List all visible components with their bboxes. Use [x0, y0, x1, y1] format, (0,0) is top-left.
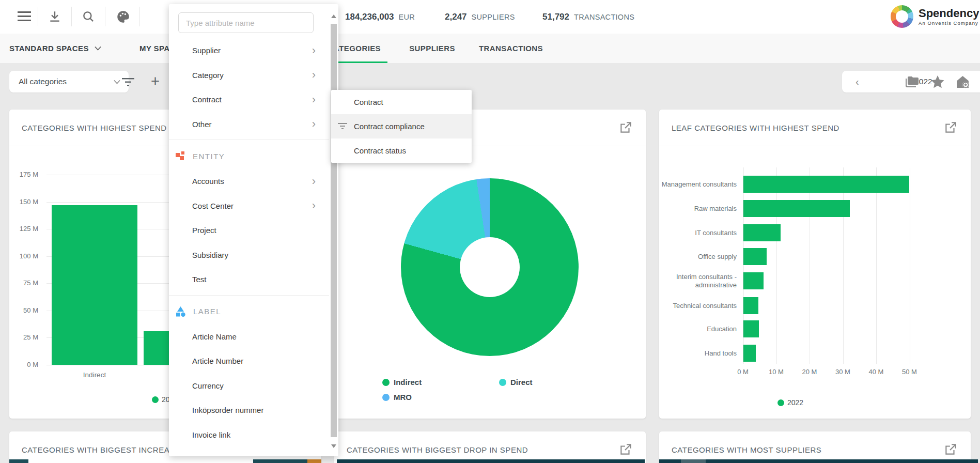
- submenu-item-contract-status[interactable]: Contract status: [331, 138, 472, 163]
- bar-indirect[interactable]: [52, 205, 137, 365]
- gridline: [910, 167, 910, 364]
- attribute-dropdown-panel: Supplier›Category›Contract›Other›ENTITYA…: [169, 4, 338, 456]
- open-in-new-icon[interactable]: [619, 443, 632, 456]
- filter-icon[interactable]: [122, 78, 134, 88]
- tab-suppliers[interactable]: SUPPLIERS: [405, 34, 460, 63]
- hamburger-menu-icon[interactable]: [18, 11, 31, 24]
- menu-item-category[interactable]: Category›: [169, 63, 329, 88]
- x-axis-category: Indirect: [52, 371, 137, 379]
- gridline: [876, 167, 877, 364]
- space-selector-standard-spaces[interactable]: STANDARD SPACES: [9, 34, 101, 63]
- legend-dot-direct[interactable]: [499, 379, 506, 386]
- label-icon: [175, 306, 186, 317]
- stat-value: 51,792: [542, 12, 569, 22]
- y-axis-tick: 100 M: [9, 252, 38, 260]
- menu-item-project[interactable]: Project: [169, 218, 329, 243]
- legend-dot-indirect[interactable]: [382, 379, 390, 386]
- download-icon[interactable]: [48, 10, 61, 25]
- menu-item-other[interactable]: Other›: [169, 112, 329, 137]
- category-filter-select[interactable]: All categories: [9, 71, 129, 92]
- y-axis-tick: 175 M: [9, 171, 38, 178]
- card-header: CATEGORIES WITH BIGGEST DROP IN SPEND: [334, 431, 646, 463]
- bar-education[interactable]: [743, 320, 759, 337]
- menu-item-article-name[interactable]: Article Name: [169, 325, 329, 349]
- spendency-ring-icon: [891, 5, 913, 28]
- scrollbar-thumb[interactable]: [331, 24, 337, 437]
- bar-management-consultants[interactable]: [743, 176, 909, 193]
- open-in-new-icon[interactable]: [944, 443, 957, 456]
- stat-suppliers: 2,247SUPPLIERS: [445, 0, 515, 34]
- stat-label: EUR: [399, 13, 415, 21]
- menu-item-cost-center[interactable]: Cost Center›: [169, 194, 329, 219]
- bar-hand-tools[interactable]: [743, 345, 756, 362]
- bar-it-consultants[interactable]: [743, 224, 781, 241]
- scroll-up-icon[interactable]: [331, 14, 336, 18]
- menu-item-supplier[interactable]: Supplier›: [169, 38, 329, 63]
- menu-item-label: Article Number: [192, 357, 243, 365]
- menu-item-test[interactable]: Test: [169, 267, 329, 292]
- legend-dot-mro[interactable]: [382, 394, 390, 401]
- card-header: LEAF CATEGORIES WITH HIGHEST SPEND: [659, 110, 971, 146]
- menu-item-currency[interactable]: Currency: [169, 374, 329, 398]
- contract-submenu: ContractContract complianceContract stat…: [331, 90, 472, 163]
- card-title: CATEGORIES WITH MOST SUPPLIERS: [672, 445, 821, 454]
- y-axis-tick: 0 M: [9, 361, 38, 368]
- tab-transactions[interactable]: TRANSACTIONS: [473, 34, 549, 63]
- legend-dot[interactable]: [152, 396, 159, 403]
- y-axis-tick: 125 M: [9, 225, 38, 233]
- chevron-left-icon[interactable]: ‹: [855, 76, 859, 87]
- category-label: Hand tools: [659, 349, 737, 357]
- legend-dot[interactable]: [777, 399, 784, 406]
- menu-item-label: Inköpsorder nummer: [192, 406, 263, 414]
- toolbar-divider: [38, 7, 38, 26]
- menu-item-article-number[interactable]: Article Number: [169, 349, 329, 374]
- menu-item-invoice-link[interactable]: Invoice link: [169, 423, 329, 447]
- menu-item-label: Other: [192, 120, 212, 129]
- bar-interim-consultants-administrative[interactable]: [743, 272, 764, 289]
- chevron-right-icon: ›: [312, 176, 316, 187]
- submenu-item-contract-compliance[interactable]: Contract compliance: [331, 114, 472, 138]
- search-icon[interactable]: [82, 10, 95, 25]
- toolbar-divider: [105, 7, 105, 26]
- legend-label-indirect[interactable]: Indirect: [394, 378, 422, 387]
- x-axis-tick: 20 M: [793, 368, 826, 376]
- chevron-right-icon: ›: [312, 69, 316, 81]
- bar-technical-consultants[interactable]: [743, 297, 758, 314]
- add-dashboard-home-icon[interactable]: [956, 75, 970, 91]
- x-axis-tick: 30 M: [827, 368, 860, 376]
- dropdown-scrollbar[interactable]: [330, 11, 337, 451]
- menu-item-label: Contract: [192, 95, 222, 104]
- add-filter-button[interactable]: +: [151, 73, 160, 90]
- bar-office-supply[interactable]: [743, 248, 767, 265]
- bar-raw-materials[interactable]: [743, 200, 850, 217]
- x-axis-tick: 0 M: [726, 368, 759, 376]
- card-header: CATEGORIES WITH MOST SUPPLIERS: [659, 431, 971, 463]
- menu-item-label: Test: [192, 275, 207, 284]
- scroll-down-icon[interactable]: [331, 444, 336, 448]
- favorite-star-icon[interactable]: [931, 75, 944, 90]
- card-title: CATEGORIES WITH BIGGEST DROP IN SPEND: [347, 445, 528, 454]
- menu-group-label: LABEL: [193, 307, 221, 316]
- legend-label-mro[interactable]: MRO: [394, 393, 412, 402]
- open-in-new-icon[interactable]: [619, 121, 632, 134]
- palette-icon[interactable]: [116, 10, 130, 26]
- menu-group-header-entity: ENTITY: [169, 143, 329, 169]
- open-in-new-icon[interactable]: [944, 121, 957, 134]
- spaces-folder-icon[interactable]: [905, 75, 919, 90]
- legend-label-direct[interactable]: Direct: [510, 378, 533, 387]
- chevron-right-icon: ›: [312, 94, 316, 105]
- menu-item-subsidiary[interactable]: Subsidiary: [169, 243, 329, 268]
- chevron-right-icon: ›: [312, 118, 316, 130]
- submenu-item-contract[interactable]: Contract: [331, 90, 472, 114]
- submenu-item-label: Contract status: [354, 146, 406, 155]
- legend-label[interactable]: 2022: [787, 398, 803, 407]
- card-title: LEAF CATEGORIES WITH HIGHEST SPEND: [672, 124, 839, 132]
- toolbar-divider: [71, 7, 72, 26]
- attribute-search-input[interactable]: [178, 12, 314, 33]
- menu-item-accounts[interactable]: Accounts›: [169, 169, 329, 194]
- menu-divider: [169, 295, 329, 296]
- menu-item-contract[interactable]: Contract›: [169, 87, 329, 112]
- menu-item-ink-psorder-nummer[interactable]: Inköpsorder nummer: [169, 398, 329, 423]
- gridline: [776, 167, 777, 364]
- y-axis-tick: 75 M: [9, 279, 38, 287]
